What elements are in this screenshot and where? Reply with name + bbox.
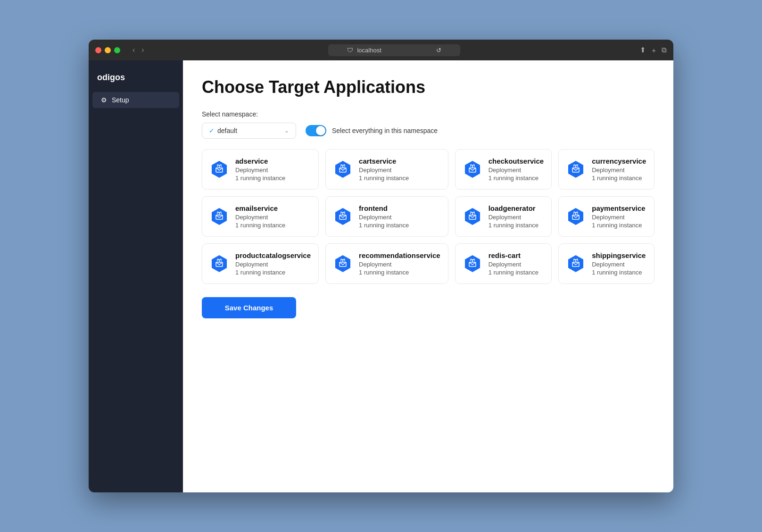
svg-marker-15 — [568, 161, 583, 178]
svg-marker-30 — [465, 208, 480, 225]
service-card[interactable]: productcatalogservice Deployment 1 runni… — [202, 243, 319, 284]
service-icon — [566, 160, 585, 179]
service-info: productcatalogservice Deployment 1 runni… — [235, 251, 311, 276]
titlebar-right: ⬆ + ⧉ — [640, 46, 667, 54]
svg-marker-10 — [465, 161, 480, 178]
toggle-thumb — [316, 126, 325, 135]
service-instances: 1 running instance — [235, 269, 311, 276]
service-icon — [210, 207, 229, 226]
svg-marker-5 — [335, 161, 350, 178]
brand-logo: odigos — [89, 68, 183, 92]
service-name: currencyservice — [592, 157, 646, 165]
service-instances: 1 running instance — [235, 175, 311, 182]
service-instances: 1 running instance — [359, 269, 440, 276]
service-icon — [333, 160, 352, 179]
service-info: recommendationservice Deployment 1 runni… — [359, 251, 440, 276]
service-card[interactable]: frontend Deployment 1 running instance — [325, 196, 448, 237]
service-instances: 1 running instance — [489, 269, 544, 276]
service-instances: 1 running instance — [592, 269, 646, 276]
minimize-button[interactable] — [105, 47, 111, 53]
service-name: paymentservice — [592, 204, 646, 212]
service-type: Deployment — [235, 166, 311, 174]
svg-marker-20 — [212, 208, 227, 225]
sidebar: odigos ⚙ Setup — [89, 60, 183, 492]
svg-marker-40 — [212, 255, 227, 272]
svg-marker-45 — [335, 255, 350, 272]
service-type: Deployment — [235, 214, 311, 221]
service-type: Deployment — [359, 166, 440, 174]
service-type: Deployment — [592, 214, 646, 221]
service-card[interactable]: emailservice Deployment 1 running instan… — [202, 196, 319, 237]
service-card[interactable]: cartservice Deployment 1 running instanc… — [325, 149, 448, 190]
service-type: Deployment — [359, 261, 440, 268]
namespace-value: default — [217, 127, 237, 134]
page-title: Choose Target Applications — [202, 77, 654, 97]
service-name: loadgenerator — [489, 204, 544, 212]
service-info: frontend Deployment 1 running instance — [359, 204, 440, 229]
service-icon — [210, 254, 229, 273]
traffic-lights — [95, 47, 120, 53]
service-icon — [463, 160, 482, 179]
namespace-label: Select namespace: — [202, 110, 654, 118]
titlebar: ‹ › 🛡 localhost ↺ ⬆ + ⧉ — [89, 40, 673, 60]
select-all-toggle[interactable] — [306, 125, 326, 136]
service-name: cartservice — [359, 157, 440, 165]
svg-marker-0 — [212, 161, 227, 178]
share-icon[interactable]: ⬆ — [640, 46, 646, 54]
navigation-buttons: ‹ › — [131, 45, 146, 55]
service-type: Deployment — [592, 166, 646, 174]
service-card[interactable]: currencyservice Deployment 1 running ins… — [558, 149, 654, 190]
service-instances: 1 running instance — [489, 175, 544, 182]
reload-icon[interactable]: ↺ — [436, 47, 441, 54]
namespace-select[interactable]: ✓ default ⌄ — [202, 123, 296, 139]
service-type: Deployment — [489, 214, 544, 221]
service-card[interactable]: paymentservice Deployment 1 running inst… — [558, 196, 654, 237]
service-card[interactable]: loadgenerator Deployment 1 running insta… — [455, 196, 552, 237]
service-name: shippingservice — [592, 251, 646, 259]
close-button[interactable] — [95, 47, 101, 53]
forward-button[interactable]: › — [140, 45, 146, 55]
browser-window: ‹ › 🛡 localhost ↺ ⬆ + ⧉ odigos ⚙ Setup — [89, 40, 673, 492]
save-changes-button[interactable]: Save Changes — [202, 297, 296, 318]
service-instances: 1 running instance — [359, 222, 440, 229]
chevron-down-icon: ⌄ — [284, 127, 289, 134]
check-icon: ✓ — [209, 127, 215, 134]
service-icon — [210, 160, 229, 179]
back-button[interactable]: ‹ — [131, 45, 137, 55]
service-icon — [566, 207, 585, 226]
service-card[interactable]: checkoutservice Deployment 1 running ins… — [455, 149, 552, 190]
main-content: Choose Target Applications Select namesp… — [183, 60, 673, 492]
service-type: Deployment — [489, 166, 544, 174]
new-tab-icon[interactable]: + — [652, 46, 656, 54]
service-icon — [463, 207, 482, 226]
service-name: frontend — [359, 204, 440, 212]
service-card[interactable]: recommendationservice Deployment 1 runni… — [325, 243, 448, 284]
service-card[interactable]: redis-cart Deployment 1 running instance — [455, 243, 552, 284]
service-info: adservice Deployment 1 running instance — [235, 157, 311, 182]
service-name: redis-cart — [489, 251, 544, 259]
namespace-row: ✓ default ⌄ Select everything in this na… — [202, 123, 654, 139]
service-info: loadgenerator Deployment 1 running insta… — [489, 204, 544, 229]
svg-marker-55 — [568, 255, 583, 272]
address-bar[interactable]: 🛡 localhost ↺ — [328, 44, 460, 56]
setup-icon: ⚙ — [101, 96, 107, 104]
service-info: redis-cart Deployment 1 running instance — [489, 251, 544, 276]
service-card[interactable]: shippingservice Deployment 1 running ins… — [558, 243, 654, 284]
sidebar-item-setup[interactable]: ⚙ Setup — [92, 92, 179, 108]
service-icon — [333, 254, 352, 273]
svg-marker-50 — [465, 255, 480, 272]
service-instances: 1 running instance — [359, 175, 440, 182]
service-info: emailservice Deployment 1 running instan… — [235, 204, 311, 229]
service-name: adservice — [235, 157, 311, 165]
sidebar-item-label: Setup — [112, 96, 129, 104]
service-name: recommendationservice — [359, 251, 440, 259]
service-icon — [463, 254, 482, 273]
service-name: productcatalogservice — [235, 251, 311, 259]
service-instances: 1 running instance — [235, 222, 311, 229]
service-type: Deployment — [592, 261, 646, 268]
svg-marker-25 — [335, 208, 350, 225]
maximize-button[interactable] — [114, 47, 120, 53]
tabs-icon[interactable]: ⧉ — [662, 46, 667, 54]
service-card[interactable]: adservice Deployment 1 running instance — [202, 149, 319, 190]
services-grid: adservice Deployment 1 running instance … — [202, 149, 654, 284]
